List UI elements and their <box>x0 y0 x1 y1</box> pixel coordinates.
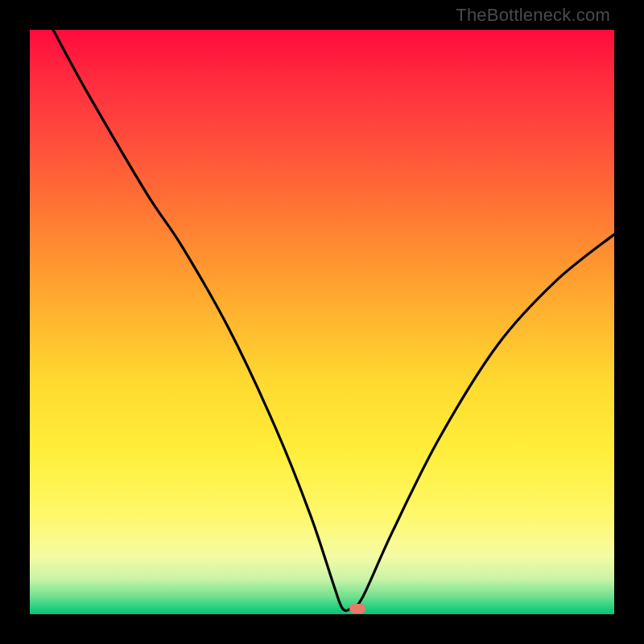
watermark-text: TheBottleneck.com <box>456 5 610 26</box>
chart-frame: TheBottleneck.com <box>0 0 644 644</box>
bottleneck-curve <box>30 30 614 614</box>
curve-path <box>53 30 614 611</box>
optimum-marker <box>349 604 365 613</box>
plot-area <box>30 30 614 614</box>
